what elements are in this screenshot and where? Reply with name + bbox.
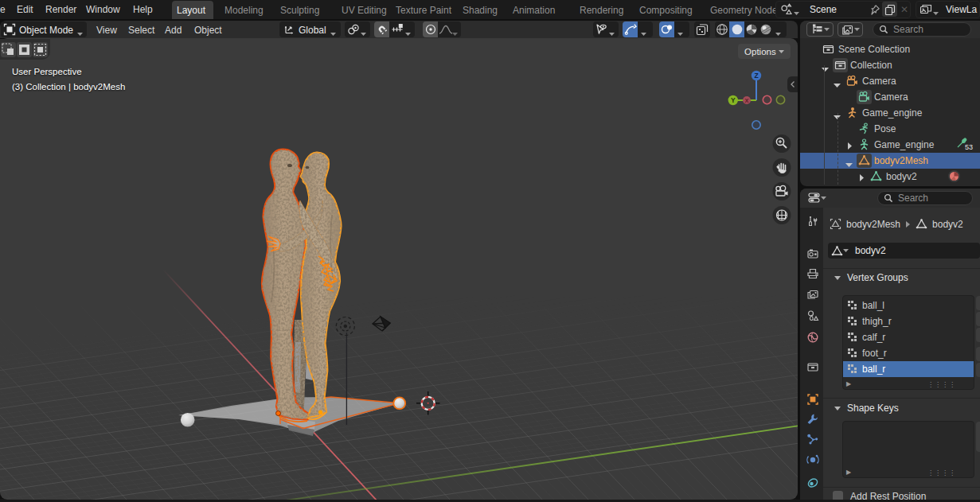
svg-text:Z: Z [754, 72, 758, 80]
svg-text:X: X [744, 97, 748, 104]
svg-text:Y: Y [731, 96, 736, 104]
